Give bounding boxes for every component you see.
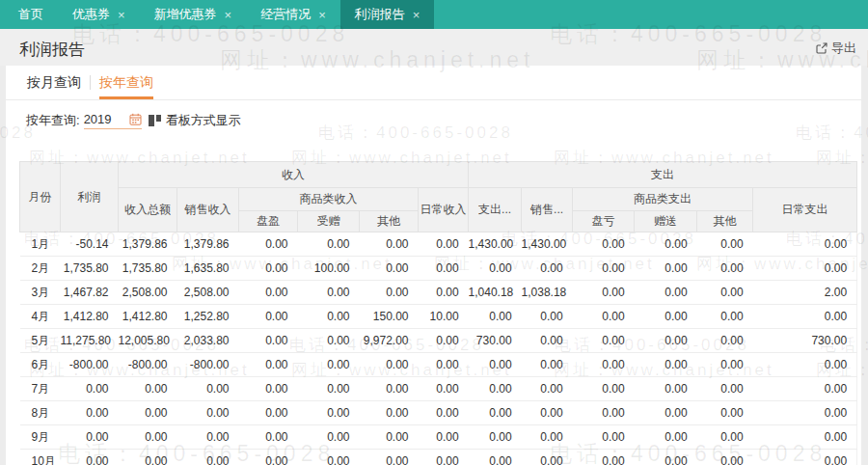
content-card: 按月查询 按年查询 按年查询: 2019: [6, 66, 861, 465]
app-window: 首页优惠券×新增优惠券×经营情况×利润报告× 利润报告 导出 按月查询 按年查询…: [0, 0, 868, 465]
value-cell: 0.00: [298, 353, 360, 377]
value-cell: 0.00: [522, 257, 573, 281]
window-tab-bar: 首页优惠券×新增优惠券×经营情况×利润报告×: [0, 0, 868, 29]
value-cell: 0.00: [697, 305, 753, 329]
value-cell: 0.00: [119, 401, 177, 425]
table-row: 6月-800.00-800.00-800.000.000.000.000.000…: [20, 353, 857, 377]
export-label: 导出: [831, 40, 856, 57]
value-cell: 0.00: [61, 425, 119, 450]
value-cell: 0.00: [573, 281, 635, 305]
tab-query-by-month[interactable]: 按月查询: [27, 66, 81, 99]
close-tab-icon[interactable]: ×: [318, 9, 326, 21]
month-cell: 2月: [20, 257, 61, 281]
export-button[interactable]: 导出: [816, 40, 856, 57]
table-row: 1月-50.141,379.861,379.860.000.000.000.00…: [20, 232, 857, 257]
value-cell: 0.00: [522, 329, 573, 353]
value-cell: 0.00: [573, 329, 635, 353]
value-cell: 0.00: [298, 450, 360, 465]
value-cell: 0.00: [753, 401, 857, 425]
value-cell: 1,379.86: [119, 232, 177, 257]
col-header-gift-given: 赠送: [635, 211, 697, 232]
value-cell: 0.00: [360, 425, 419, 450]
month-cell: 6月: [20, 353, 61, 377]
col-header-expense-total: 支出...: [469, 188, 522, 232]
value-cell: 0.00: [239, 329, 298, 353]
value-cell: 0.00: [469, 305, 522, 329]
tab-query-by-year[interactable]: 按年查询: [99, 66, 153, 99]
value-cell: 0.00: [635, 353, 697, 377]
value-cell: -800.00: [61, 353, 119, 377]
value-cell: 1,635.80: [177, 257, 239, 281]
calendar-icon[interactable]: [129, 113, 142, 125]
value-cell: 0.00: [239, 232, 298, 257]
value-cell: 1,038.18: [522, 281, 573, 305]
value-cell: 1,252.80: [177, 305, 239, 329]
value-cell: 0.00: [239, 257, 298, 281]
value-cell: 0.00: [239, 425, 298, 450]
value-cell: 0.00: [298, 232, 360, 257]
value-cell: 1,735.80: [119, 257, 177, 281]
col-header-income-total: 收入总额: [119, 188, 177, 232]
value-cell: 150.00: [360, 305, 419, 329]
value-cell: 0.00: [239, 281, 298, 305]
value-cell: 0.00: [119, 450, 177, 465]
value-cell: 2,508.00: [177, 281, 239, 305]
value-cell: 0.00: [419, 329, 469, 353]
window-tab-利润报告[interactable]: 利润报告×: [340, 0, 435, 29]
window-tab-新增优惠券[interactable]: 新增优惠券×: [140, 0, 247, 29]
value-cell: 0.00: [298, 377, 360, 401]
value-cell: 0.00: [573, 450, 635, 465]
table-row: 5月11,275.8012,005.802,033.800.000.009,97…: [20, 329, 857, 353]
month-cell: 10月: [20, 450, 61, 465]
value-cell: 0.00: [239, 377, 298, 401]
col-group-goods-expense: 商品类支出: [573, 188, 753, 211]
window-tab-优惠券[interactable]: 优惠券×: [58, 0, 140, 29]
value-cell: 0.00: [753, 232, 857, 257]
col-header-month: 月份: [20, 162, 61, 232]
table-row: 10月0.000.000.000.000.000.000.000.000.000…: [20, 450, 857, 465]
value-cell: 730.00: [469, 329, 522, 353]
value-cell: 0.00: [177, 450, 239, 465]
filter-row: 按年查询: 2019: [6, 110, 861, 131]
value-cell: 1,430.00: [469, 232, 522, 257]
month-cell: 8月: [20, 401, 61, 425]
window-tab-首页[interactable]: 首页: [4, 0, 58, 29]
value-cell: 0.00: [419, 281, 469, 305]
month-cell: 1月: [20, 232, 61, 257]
value-cell: 0.00: [635, 232, 697, 257]
value-cell: 0.00: [697, 232, 753, 257]
value-cell: 0.00: [635, 329, 697, 353]
window-tab-经营情况[interactable]: 经营情况×: [246, 0, 340, 29]
value-cell: 0.00: [419, 401, 469, 425]
value-cell: 0.00: [177, 425, 239, 450]
value-cell: 100.00: [298, 257, 360, 281]
value-cell: 0.00: [697, 377, 753, 401]
year-input[interactable]: 2019: [84, 112, 142, 129]
value-cell: 0.00: [753, 353, 857, 377]
col-header-sales-income: 销售收入: [177, 188, 239, 232]
value-cell: -800.00: [119, 353, 177, 377]
close-tab-icon[interactable]: ×: [413, 9, 420, 21]
month-cell: 5月: [20, 329, 61, 353]
value-cell: 0.00: [360, 377, 419, 401]
value-cell: 0.00: [522, 450, 573, 465]
page-header: 利润报告 导出: [0, 29, 868, 66]
value-cell: 0.00: [635, 401, 697, 425]
value-cell: 1,412.80: [119, 305, 177, 329]
close-tab-icon[interactable]: ×: [118, 9, 125, 21]
value-cell: 0.00: [469, 353, 522, 377]
table-row: 3月1,467.822,508.002,508.000.000.000.000.…: [20, 281, 857, 305]
value-cell: 0.00: [635, 450, 697, 465]
kanban-display-label: 看板方式显示: [166, 112, 241, 129]
value-cell: 0.00: [573, 377, 635, 401]
col-header-gift-received: 受赠: [298, 211, 360, 232]
close-tab-icon[interactable]: ×: [225, 9, 232, 21]
value-cell: 0.00: [239, 450, 298, 465]
value-cell: 0.00: [419, 425, 469, 450]
table-row: 9月0.000.000.000.000.000.000.000.000.000.…: [20, 425, 857, 450]
value-cell: 1,412.80: [61, 305, 119, 329]
value-cell: 0.00: [697, 425, 753, 450]
kanban-display-toggle[interactable]: 看板方式显示: [149, 112, 241, 129]
table-row: 7月0.000.000.000.000.000.000.000.000.000.…: [20, 377, 857, 401]
value-cell: 1,040.18: [469, 281, 522, 305]
